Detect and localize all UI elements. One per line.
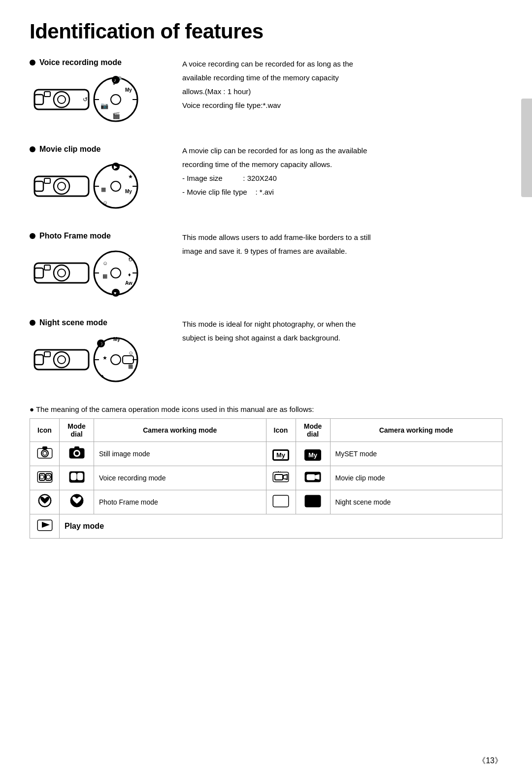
svg-rect-34 xyxy=(34,268,43,278)
svg-rect-61 xyxy=(123,356,133,364)
svg-text:☺: ☺ xyxy=(102,200,108,205)
svg-text:♪: ♪ xyxy=(114,77,116,83)
svg-text:🎬: 🎬 xyxy=(112,111,121,120)
svg-point-1 xyxy=(54,92,69,107)
dial-voice xyxy=(60,466,94,490)
svg-rect-19 xyxy=(34,181,43,191)
svg-text:☽: ☽ xyxy=(99,341,103,346)
svg-text:▦: ▦ xyxy=(101,186,106,192)
svg-rect-0 xyxy=(34,90,89,109)
movie-left: Movie clip mode ▶ ★ My ☺ ▦ xyxy=(30,145,167,217)
svg-point-48 xyxy=(54,352,69,368)
svg-point-32 xyxy=(54,265,69,281)
mode-movie: Movie clip mode xyxy=(330,466,502,490)
sidebar-tab xyxy=(521,99,532,197)
svg-rect-16 xyxy=(34,176,89,196)
page-number: 《13》 xyxy=(478,756,502,766)
photo-frame-description: This mode allows users to add frame-like… xyxy=(167,232,502,259)
svg-point-68 xyxy=(43,451,47,455)
dial-night xyxy=(296,490,330,514)
icon-play xyxy=(30,514,60,539)
photo-frame-section: Photo Frame mode ♥ ↻ ♦ ☺ ▦ Aw xyxy=(30,232,502,304)
night-mode-label: Night scene mode xyxy=(30,318,167,327)
svg-point-88 xyxy=(280,472,281,473)
night-left: Night scene mode ☽ My ☺ ♦ ▦ ★ xyxy=(30,318,167,390)
table-intro: ● The meaning of the camera operation mo… xyxy=(30,405,502,413)
page-title: Identification of features xyxy=(30,20,502,43)
night-bullet xyxy=(30,320,35,326)
svg-point-17 xyxy=(54,178,69,194)
voice-mode-label: Voice recording mode xyxy=(30,58,167,67)
voice-section: Voice recording mode ↺ 🎤 xyxy=(30,58,502,130)
voice-description: A voice recording can be recorded for as… xyxy=(167,58,502,113)
svg-rect-70 xyxy=(74,446,79,449)
svg-text:Aw: Aw xyxy=(125,280,133,286)
svg-rect-4 xyxy=(44,92,50,97)
movie-bullet xyxy=(30,146,35,152)
svg-rect-35 xyxy=(44,265,50,270)
icon-myset: My xyxy=(266,442,296,466)
col-mode1: Camera working mode xyxy=(94,419,266,442)
svg-text:☺: ☺ xyxy=(128,350,133,356)
svg-text:My: My xyxy=(125,87,132,93)
dial-movie xyxy=(296,466,330,490)
modes-table: Icon Mode dial Camera working mode Icon … xyxy=(30,418,502,539)
table-row-play: Play mode xyxy=(30,514,502,539)
svg-text:☺: ☺ xyxy=(102,260,108,266)
voice-dial: ↺ 🎤 My 🎬 📷 ♪ xyxy=(30,71,143,130)
svg-rect-66 xyxy=(42,446,47,449)
svg-text:♦: ♦ xyxy=(128,272,131,277)
col-dial2: Mode dial xyxy=(296,419,330,442)
svg-marker-91 xyxy=(315,475,319,479)
svg-rect-90 xyxy=(307,475,315,480)
mode-voice: Voice recording mode xyxy=(94,466,266,490)
photo-frame-mode-label: Photo Frame mode xyxy=(30,232,167,240)
svg-text:▶: ▶ xyxy=(114,165,118,170)
svg-point-7 xyxy=(111,95,121,104)
mode-still: Still image mode xyxy=(94,442,266,466)
svg-text:♥: ♥ xyxy=(114,291,116,296)
icon-still xyxy=(30,442,60,466)
svg-text:↻: ↻ xyxy=(128,257,133,263)
movie-mode-label: Movie clip mode xyxy=(30,145,167,154)
svg-rect-47 xyxy=(34,350,89,370)
movie-dial: ▶ ★ My ☺ ▦ xyxy=(30,158,143,217)
svg-rect-97 xyxy=(305,495,321,507)
table-row: Voice recording mode xyxy=(30,466,502,490)
table-section: ● The meaning of the camera operation mo… xyxy=(30,405,502,539)
photo-frame-bullet xyxy=(30,233,35,239)
photo-frame-left: Photo Frame mode ♥ ↻ ♦ ☺ ▦ Aw xyxy=(30,232,167,304)
svg-marker-85 xyxy=(283,475,287,479)
dial-still xyxy=(60,442,94,466)
svg-point-22 xyxy=(111,181,121,191)
voice-bullet xyxy=(30,60,35,66)
col-icon2: Icon xyxy=(266,419,296,442)
svg-text:📷: 📷 xyxy=(100,102,109,110)
night-description: This mode is ideal for night photography… xyxy=(167,318,502,346)
table-row: Photo Frame mode Night scene mode xyxy=(30,490,502,514)
svg-rect-3 xyxy=(34,95,43,104)
svg-text:My: My xyxy=(113,337,120,342)
svg-text:↺: ↺ xyxy=(83,96,88,103)
svg-point-72 xyxy=(75,451,79,455)
svg-text:▦: ▦ xyxy=(102,273,107,279)
dial-myset: My xyxy=(296,442,330,466)
col-dial1: Mode dial xyxy=(60,419,94,442)
mode-night: Night scene mode xyxy=(330,490,502,514)
svg-text:★: ★ xyxy=(102,355,107,361)
movie-section: Movie clip mode ▶ ★ My ☺ ▦ xyxy=(30,145,502,217)
svg-rect-20 xyxy=(44,178,50,183)
svg-point-49 xyxy=(58,356,66,364)
svg-rect-51 xyxy=(44,352,50,357)
svg-point-37 xyxy=(111,268,121,278)
icon-night xyxy=(266,490,296,514)
svg-text:My: My xyxy=(125,189,132,194)
svg-rect-80 xyxy=(71,473,76,480)
svg-text:♦: ♦ xyxy=(101,373,104,379)
svg-rect-84 xyxy=(275,475,283,480)
col-mode2: Camera working mode xyxy=(330,419,502,442)
svg-point-86 xyxy=(276,472,277,473)
svg-rect-96 xyxy=(273,496,288,507)
svg-rect-31 xyxy=(34,263,89,283)
svg-point-53 xyxy=(111,355,121,365)
